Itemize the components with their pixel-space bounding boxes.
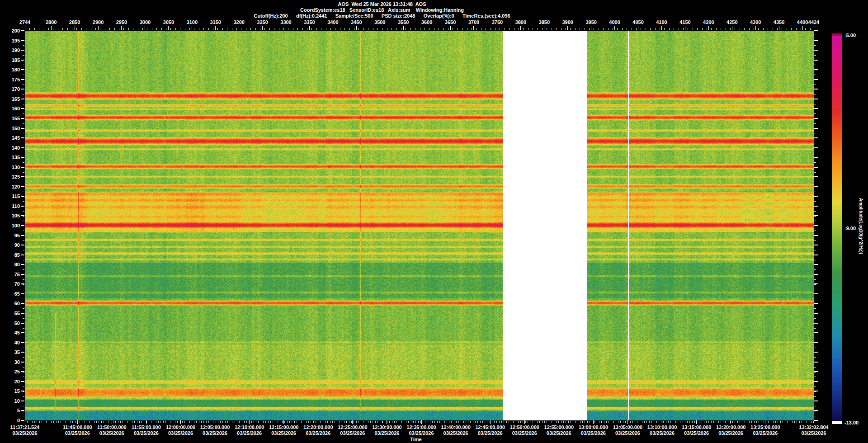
top-axis-tick <box>450 26 451 30</box>
freq-tick <box>21 186 24 187</box>
freq-tick-right <box>814 118 818 119</box>
freq-tick-right <box>814 323 818 324</box>
freq-tick-label: 45 <box>6 330 20 335</box>
top-axis-tick <box>75 26 75 30</box>
freq-tick-right <box>814 401 818 401</box>
freq-tick-label: 30 <box>6 359 20 365</box>
freq-tick <box>21 303 24 304</box>
time-major-tick <box>77 420 78 424</box>
time-tick-label: 13:20:00.000 <box>716 424 745 430</box>
freq-tick-label: 85 <box>6 252 20 258</box>
time-major-tick <box>215 420 215 424</box>
top-axis-tick <box>661 26 662 30</box>
freq-tick-label: 105 <box>6 213 20 218</box>
freq-tick-right <box>814 235 818 236</box>
freq-tick-right <box>814 225 818 226</box>
freq-tick <box>21 410 24 411</box>
freq-tick <box>21 381 24 382</box>
freq-tick-label: 145 <box>6 135 20 141</box>
freq-tick <box>21 264 24 265</box>
top-axis-tick <box>380 26 380 30</box>
freq-tick-label: 0 <box>6 418 20 423</box>
time-tick-label: 12:30:00.000 <box>372 424 401 430</box>
top-axis-tick-label: 2850 <box>69 19 80 25</box>
freq-tick <box>21 235 24 236</box>
freq-tick-label: 120 <box>6 184 20 189</box>
top-axis-tick <box>638 26 638 30</box>
top-axis-tick <box>333 26 333 30</box>
top-axis-tick-label: 3900 <box>562 19 573 25</box>
time-major-tick <box>765 420 765 424</box>
freq-tick-right <box>814 40 818 41</box>
top-axis-tick <box>520 26 521 30</box>
freq-tick <box>21 274 24 275</box>
time-major-tick <box>524 420 525 424</box>
top-axis-tick-label: 2744 <box>19 19 30 25</box>
top-axis-tick-label: 3400 <box>327 19 338 25</box>
time-tick-label: 13:00:00.000 <box>579 424 608 430</box>
freq-tick-right <box>814 176 818 177</box>
top-axis-tick <box>192 26 192 30</box>
time-tick-label: 12:45:00.000 <box>475 424 505 430</box>
time-tick-label: 11:50:00.000 <box>97 424 127 430</box>
date-tick-label: 03/25/2026 <box>203 430 227 436</box>
freq-tick-label: 200 <box>6 28 20 33</box>
time-tick-label: 13:32:02.804 <box>799 424 828 430</box>
freq-tick-right <box>814 381 818 382</box>
freq-tick <box>21 206 24 207</box>
freq-tick-right <box>814 264 818 265</box>
freq-tick-right <box>814 293 818 294</box>
freq-tick-right <box>814 99 818 99</box>
time-major-tick <box>662 420 662 424</box>
date-tick-label: 03/25/2026 <box>340 430 365 436</box>
time-major-tick <box>352 420 353 424</box>
freq-tick-label: 125 <box>6 174 20 179</box>
date-tick-label: 03/25/2026 <box>271 430 296 436</box>
date-tick-label: 03/25/2026 <box>684 430 709 436</box>
freq-tick-label: 190 <box>6 47 20 53</box>
freq-tick <box>21 50 24 51</box>
freq-tick-label: 180 <box>6 67 20 72</box>
time-major-tick <box>456 420 456 424</box>
freq-tick <box>21 391 24 391</box>
top-axis-tick-label: 3450 <box>351 19 362 25</box>
time-tick-label: 12:25:00.000 <box>338 424 367 430</box>
freq-tick-right <box>814 128 818 129</box>
freq-tick-label: 10 <box>6 398 20 404</box>
freq-tick-label: 165 <box>6 96 20 102</box>
top-axis-tick-label: 4350 <box>774 19 784 25</box>
top-axis-tick <box>614 26 615 30</box>
date-tick-label: 03/25/2026 <box>374 430 399 436</box>
time-major-tick <box>814 420 814 424</box>
freq-tick-label: 175 <box>6 77 20 82</box>
top-axis-tick-label: 3350 <box>304 19 315 25</box>
freq-tick <box>21 118 24 119</box>
time-tick-label: 13:25:00.000 <box>750 424 780 430</box>
top-axis-tick <box>215 26 216 30</box>
spectrogram-plot[interactable] <box>25 31 814 420</box>
top-axis-tick-label: 4050 <box>632 19 643 25</box>
freq-tick-right <box>814 254 818 255</box>
colorbar-min-label: -13.00 <box>844 420 859 425</box>
freq-tick-label: 50 <box>6 320 20 326</box>
time-major-tick <box>731 420 731 424</box>
freq-tick-right <box>814 391 818 391</box>
top-axis-tick-label: 3500 <box>374 19 385 25</box>
freq-tick-label: 140 <box>6 145 20 151</box>
freq-tick-right <box>814 108 818 109</box>
top-axis-tick-label: 3000 <box>140 19 151 25</box>
freq-tick-label: 5 <box>6 408 20 413</box>
top-axis-tick <box>497 26 497 30</box>
top-axis-tick <box>567 26 568 30</box>
freq-tick-label: 20 <box>6 379 20 384</box>
freq-tick-label: 80 <box>6 262 20 267</box>
time-axis-minor-ticks <box>25 421 814 423</box>
freq-tick <box>21 352 24 353</box>
date-tick-label: 03/25/2026 <box>547 430 571 436</box>
freq-tick <box>21 30 24 31</box>
date-tick-label: 03/25/2026 <box>650 430 675 436</box>
freq-tick-label: 130 <box>6 165 20 170</box>
freq-tick <box>21 283 24 284</box>
time-major-tick <box>490 420 491 424</box>
top-axis-tick-label: 3150 <box>210 19 221 25</box>
